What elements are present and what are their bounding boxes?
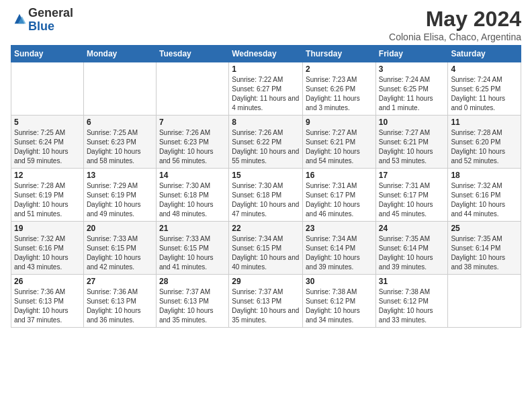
calendar-cell: 13Sunrise: 7:29 AM Sunset: 6:19 PM Dayli…	[83, 169, 156, 222]
month-title: May 2024	[389, 7, 521, 32]
day-number: 27	[87, 277, 153, 286]
day-number: 24	[379, 224, 445, 233]
calendar-cell: 16Sunrise: 7:31 AM Sunset: 6:17 PM Dayli…	[303, 169, 376, 222]
day-info: Sunrise: 7:36 AM Sunset: 6:13 PM Dayligh…	[87, 287, 153, 325]
page-header: General Blue May 2024 Colonia Elisa, Cha…	[11, 7, 521, 42]
day-number: 28	[159, 277, 226, 286]
day-info: Sunrise: 7:32 AM Sunset: 6:16 PM Dayligh…	[14, 234, 81, 272]
day-number: 14	[159, 171, 226, 180]
calendar-cell: 20Sunrise: 7:33 AM Sunset: 6:15 PM Dayli…	[83, 222, 156, 275]
day-number: 15	[232, 171, 300, 180]
calendar-cell: 11Sunrise: 7:28 AM Sunset: 6:20 PM Dayli…	[448, 116, 521, 169]
day-number: 6	[87, 118, 153, 127]
calendar-cell: 25Sunrise: 7:35 AM Sunset: 6:14 PM Dayli…	[448, 222, 521, 275]
calendar-cell: 15Sunrise: 7:30 AM Sunset: 6:18 PM Dayli…	[229, 169, 303, 222]
day-number: 23	[306, 224, 373, 233]
day-info: Sunrise: 7:33 AM Sunset: 6:15 PM Dayligh…	[159, 234, 226, 272]
day-number: 12	[14, 171, 81, 180]
calendar-cell: 27Sunrise: 7:36 AM Sunset: 6:13 PM Dayli…	[83, 275, 156, 328]
day-number: 5	[14, 118, 81, 127]
day-info: Sunrise: 7:24 AM Sunset: 6:25 PM Dayligh…	[451, 75, 518, 113]
day-number: 8	[232, 118, 300, 127]
day-number: 1	[232, 64, 300, 74]
calendar-week-row: 19Sunrise: 7:32 AM Sunset: 6:16 PM Dayli…	[11, 222, 521, 275]
calendar-cell	[83, 62, 156, 116]
calendar-table: SundayMondayTuesdayWednesdayThursdayFrid…	[11, 45, 521, 328]
calendar-cell: 29Sunrise: 7:37 AM Sunset: 6:13 PM Dayli…	[229, 275, 303, 328]
day-number: 16	[306, 171, 373, 180]
calendar-week-row: 12Sunrise: 7:28 AM Sunset: 6:19 PM Dayli…	[11, 169, 521, 222]
day-number: 25	[451, 224, 518, 233]
calendar-header-monday: Monday	[83, 46, 156, 62]
calendar-header-thursday: Thursday	[303, 46, 376, 62]
calendar-cell: 21Sunrise: 7:33 AM Sunset: 6:15 PM Dayli…	[156, 222, 228, 275]
day-number: 30	[306, 277, 373, 286]
day-info: Sunrise: 7:35 AM Sunset: 6:14 PM Dayligh…	[379, 234, 445, 272]
day-number: 11	[451, 118, 518, 127]
day-number: 10	[379, 118, 445, 127]
day-number: 20	[87, 224, 153, 233]
calendar-header-wednesday: Wednesday	[229, 46, 303, 62]
calendar-cell: 19Sunrise: 7:32 AM Sunset: 6:16 PM Dayli…	[11, 222, 84, 275]
day-info: Sunrise: 7:30 AM Sunset: 6:18 PM Dayligh…	[232, 181, 300, 219]
day-number: 29	[232, 277, 300, 286]
day-info: Sunrise: 7:24 AM Sunset: 6:25 PM Dayligh…	[379, 75, 445, 113]
day-info: Sunrise: 7:35 AM Sunset: 6:14 PM Dayligh…	[451, 234, 518, 272]
calendar-cell: 9Sunrise: 7:27 AM Sunset: 6:21 PM Daylig…	[303, 116, 376, 169]
calendar-cell: 7Sunrise: 7:26 AM Sunset: 6:23 PM Daylig…	[156, 116, 228, 169]
day-info: Sunrise: 7:30 AM Sunset: 6:18 PM Dayligh…	[159, 181, 226, 219]
calendar-cell: 8Sunrise: 7:26 AM Sunset: 6:22 PM Daylig…	[229, 116, 303, 169]
day-info: Sunrise: 7:26 AM Sunset: 6:23 PM Dayligh…	[159, 128, 226, 166]
day-info: Sunrise: 7:27 AM Sunset: 6:21 PM Dayligh…	[379, 128, 445, 166]
calendar-week-row: 26Sunrise: 7:36 AM Sunset: 6:13 PM Dayli…	[11, 275, 521, 328]
calendar-week-row: 1Sunrise: 7:22 AM Sunset: 6:27 PM Daylig…	[11, 62, 521, 116]
day-number: 19	[14, 224, 81, 233]
day-info: Sunrise: 7:38 AM Sunset: 6:12 PM Dayligh…	[379, 287, 445, 325]
calendar-cell: 6Sunrise: 7:25 AM Sunset: 6:23 PM Daylig…	[83, 116, 156, 169]
calendar-header-sunday: Sunday	[11, 46, 84, 62]
day-info: Sunrise: 7:27 AM Sunset: 6:21 PM Dayligh…	[306, 128, 373, 166]
day-number: 21	[159, 224, 226, 233]
calendar-cell: 2Sunrise: 7:23 AM Sunset: 6:26 PM Daylig…	[303, 62, 376, 116]
calendar-header-friday: Friday	[375, 46, 448, 62]
calendar-cell: 26Sunrise: 7:36 AM Sunset: 6:13 PM Dayli…	[11, 275, 84, 328]
day-number: 17	[379, 171, 445, 180]
day-number: 2	[306, 64, 373, 74]
day-number: 26	[14, 277, 81, 286]
day-number: 9	[306, 118, 373, 127]
day-info: Sunrise: 7:34 AM Sunset: 6:14 PM Dayligh…	[306, 234, 373, 272]
day-info: Sunrise: 7:31 AM Sunset: 6:17 PM Dayligh…	[306, 181, 373, 219]
calendar-cell: 23Sunrise: 7:34 AM Sunset: 6:14 PM Dayli…	[303, 222, 376, 275]
day-info: Sunrise: 7:28 AM Sunset: 6:19 PM Dayligh…	[14, 181, 81, 219]
day-info: Sunrise: 7:26 AM Sunset: 6:22 PM Dayligh…	[232, 128, 300, 166]
calendar-cell: 5Sunrise: 7:25 AM Sunset: 6:24 PM Daylig…	[11, 116, 84, 169]
calendar-cell: 22Sunrise: 7:34 AM Sunset: 6:15 PM Dayli…	[229, 222, 303, 275]
day-info: Sunrise: 7:32 AM Sunset: 6:16 PM Dayligh…	[451, 181, 518, 219]
day-info: Sunrise: 7:25 AM Sunset: 6:24 PM Dayligh…	[14, 128, 81, 166]
day-info: Sunrise: 7:38 AM Sunset: 6:12 PM Dayligh…	[306, 287, 373, 325]
location-subtitle: Colonia Elisa, Chaco, Argentina	[389, 32, 521, 42]
calendar-cell: 3Sunrise: 7:24 AM Sunset: 6:25 PM Daylig…	[375, 62, 448, 116]
calendar-cell: 18Sunrise: 7:32 AM Sunset: 6:16 PM Dayli…	[448, 169, 521, 222]
day-number: 7	[159, 118, 226, 127]
calendar-cell: 1Sunrise: 7:22 AM Sunset: 6:27 PM Daylig…	[229, 62, 303, 116]
calendar-header-saturday: Saturday	[448, 46, 521, 62]
calendar-cell: 24Sunrise: 7:35 AM Sunset: 6:14 PM Dayli…	[375, 222, 448, 275]
day-number: 13	[87, 171, 153, 180]
calendar-cell: 28Sunrise: 7:37 AM Sunset: 6:13 PM Dayli…	[156, 275, 228, 328]
calendar-week-row: 5Sunrise: 7:25 AM Sunset: 6:24 PM Daylig…	[11, 116, 521, 169]
calendar-cell: 10Sunrise: 7:27 AM Sunset: 6:21 PM Dayli…	[375, 116, 448, 169]
day-info: Sunrise: 7:33 AM Sunset: 6:15 PM Dayligh…	[87, 234, 153, 272]
day-info: Sunrise: 7:36 AM Sunset: 6:13 PM Dayligh…	[14, 287, 81, 325]
calendar-cell: 30Sunrise: 7:38 AM Sunset: 6:12 PM Dayli…	[303, 275, 376, 328]
calendar-header-tuesday: Tuesday	[156, 46, 228, 62]
day-info: Sunrise: 7:22 AM Sunset: 6:27 PM Dayligh…	[232, 75, 300, 113]
title-area: May 2024 Colonia Elisa, Chaco, Argentina	[389, 7, 521, 42]
calendar-cell: 14Sunrise: 7:30 AM Sunset: 6:18 PM Dayli…	[156, 169, 228, 222]
day-info: Sunrise: 7:37 AM Sunset: 6:13 PM Dayligh…	[159, 287, 226, 325]
day-number: 3	[379, 64, 445, 74]
calendar-cell	[156, 62, 228, 116]
calendar-cell: 31Sunrise: 7:38 AM Sunset: 6:12 PM Dayli…	[375, 275, 448, 328]
day-number: 18	[451, 171, 518, 180]
calendar-cell	[448, 275, 521, 328]
